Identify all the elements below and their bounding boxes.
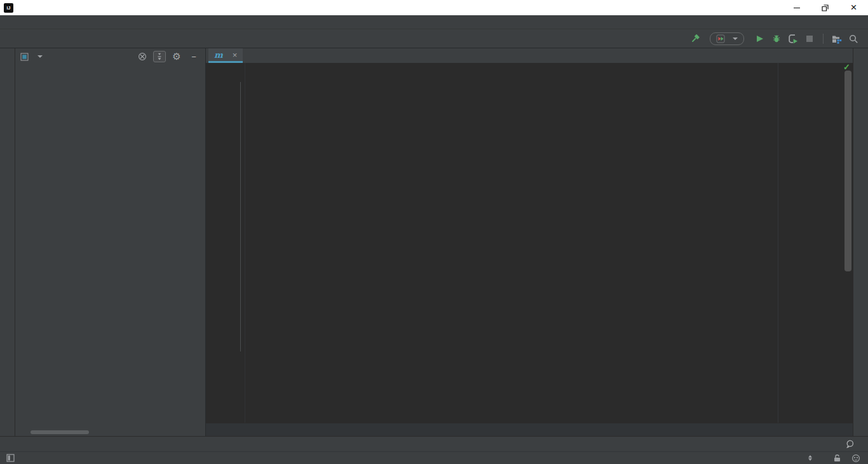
status-widgets [795, 454, 860, 463]
close-tab-icon[interactable]: × [233, 50, 238, 60]
window-controls: × [782, 0, 868, 15]
right-tool-stripe [853, 48, 868, 436]
close-icon: × [851, 1, 857, 14]
bug-icon [771, 34, 782, 44]
updown-arrows-icon [808, 455, 812, 461]
lock-icon [834, 454, 841, 462]
collapse-all-button[interactable] [153, 51, 166, 62]
main-area: ⚙ − m × ✓ [0, 48, 868, 436]
horizontal-scrollbar[interactable] [31, 430, 89, 434]
balloon-icon [846, 440, 854, 448]
editor-column: m × ✓ [206, 48, 853, 436]
hector-inspector-icon [851, 454, 860, 463]
stop-button[interactable] [801, 31, 818, 46]
event-log-button[interactable] [846, 440, 858, 448]
toolbar-divider [823, 34, 824, 44]
junit-config-icon [716, 34, 725, 43]
collapse-all-icon [156, 53, 163, 60]
minimize-button[interactable] [782, 0, 811, 15]
editor-body: ✓ [206, 63, 853, 423]
run-icon [757, 36, 763, 42]
hammer-icon [690, 34, 700, 44]
chevron-down-icon [733, 38, 738, 40]
restore-button[interactable] [811, 0, 839, 15]
line-separator-widget[interactable] [806, 455, 812, 461]
project-panel-header: ⚙ − [15, 48, 205, 65]
title-bar: IJ × [0, 0, 868, 15]
stop-icon [806, 36, 813, 42]
hide-panel-button[interactable]: − [187, 51, 200, 62]
build-project-button[interactable] [687, 31, 703, 46]
project-structure-icon [832, 34, 842, 44]
minimize-icon: − [191, 52, 196, 62]
locate-file-button[interactable] [136, 51, 149, 62]
project-toolwindow-icon [20, 53, 29, 61]
project-panel: ⚙ − [15, 48, 206, 436]
gear-icon: ⚙ [172, 51, 180, 62]
toolwindow-toggle-icon [6, 454, 15, 462]
locate-icon [138, 52, 147, 61]
minimize-icon [794, 8, 800, 8]
run-configuration-select[interactable] [710, 32, 744, 45]
project-structure-button[interactable] [829, 31, 845, 46]
coverage-icon [788, 34, 798, 44]
right-margin-line [778, 63, 778, 423]
inspections-ok-icon[interactable]: ✓ [843, 63, 850, 72]
run-button[interactable] [752, 31, 768, 46]
menu-bar [0, 15, 868, 29]
navigation-toolbar [0, 29, 868, 48]
highlighting-level-button[interactable] [851, 454, 860, 463]
run-with-coverage-button[interactable] [785, 31, 801, 46]
search-everywhere-button[interactable] [845, 31, 862, 46]
chevron-down-icon[interactable] [37, 55, 43, 58]
editor-gutter [206, 63, 245, 423]
search-icon [848, 34, 858, 44]
fold-guide-line [240, 82, 241, 351]
toolwindow-toggle-button[interactable] [6, 454, 15, 462]
close-button[interactable]: × [839, 0, 868, 15]
restore-icon [822, 4, 829, 11]
settings-button[interactable]: ⚙ [170, 51, 183, 62]
editor-breadcrumb-bar [206, 423, 853, 436]
editor-tab-bar: m × [206, 48, 853, 63]
project-tree [15, 65, 205, 66]
code-area[interactable] [245, 63, 853, 423]
maven-icon: m [214, 51, 223, 59]
bottom-tool-bar [0, 436, 868, 451]
status-bar [0, 451, 868, 464]
intellij-logo-icon: IJ [4, 3, 13, 13]
debug-button[interactable] [768, 31, 785, 46]
left-tool-stripe [0, 48, 15, 436]
readonly-toggle-button[interactable] [834, 454, 841, 462]
editor-tab-automacaotestes[interactable]: m × [208, 48, 243, 63]
run-controls [687, 31, 862, 46]
vertical-scrollbar[interactable] [844, 71, 851, 271]
